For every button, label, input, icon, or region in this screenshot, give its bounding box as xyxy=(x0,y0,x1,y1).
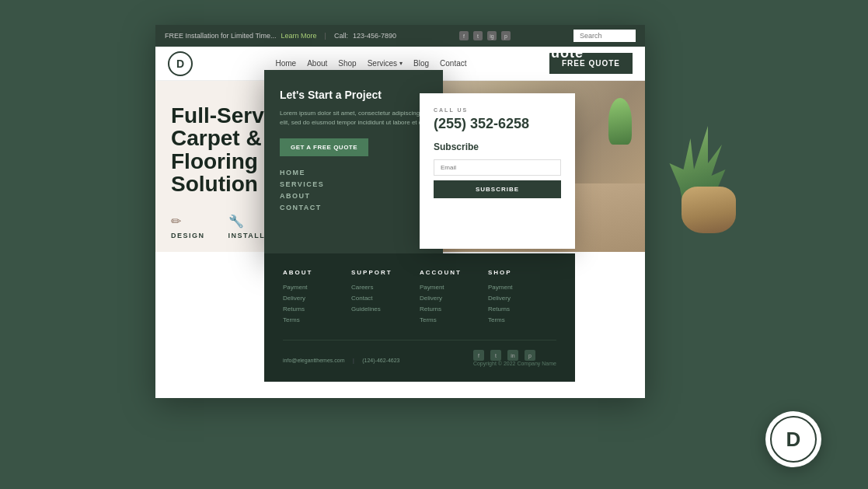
bottom-logo: D xyxy=(765,411,821,467)
footer-account-returns[interactable]: Returns xyxy=(420,306,488,313)
footer-about-payment[interactable]: Payment xyxy=(283,284,351,291)
nav-links: Home About Shop Services ▾ Blog Contact xyxy=(275,59,466,68)
footer-support-contact[interactable]: Contact xyxy=(351,295,420,302)
top-bar: FREE Installation for Limited Time... Le… xyxy=(155,25,645,47)
footer-about-terms[interactable]: Terms xyxy=(283,316,351,323)
footer-phone: (124)-462-4623 xyxy=(362,358,399,363)
footer-columns: ABOUT Payment Delivery Returns Terms SUP… xyxy=(283,269,556,327)
social-icons: f t ig p xyxy=(459,31,511,40)
footer-col-shop: SHOP Payment Delivery Returns Terms xyxy=(488,269,556,327)
modal-nav: HOME SERVICES ABOUT CONTACT xyxy=(280,169,427,211)
footer-shop-returns[interactable]: Returns xyxy=(488,306,556,313)
call-text: Call: xyxy=(334,32,348,40)
modal-nav-services[interactable]: SERVICES xyxy=(280,180,427,188)
footer-shop-title: SHOP xyxy=(488,269,556,276)
nav-shop[interactable]: Shop xyxy=(338,59,356,68)
modal-nav-home[interactable]: HOME xyxy=(280,169,427,176)
feature-design: ✏ DESIGN xyxy=(171,214,205,239)
promo-text: FREE Installation for Limited Time... xyxy=(165,32,277,40)
footer-divider: | xyxy=(353,358,354,363)
basket-decoration xyxy=(682,187,736,233)
logo: D xyxy=(168,51,193,76)
modal-body-text: Lorem ipsum dolor sit amet, consectetur … xyxy=(280,109,427,127)
subscribe-title: Subscribe xyxy=(434,141,561,152)
search-input[interactable] xyxy=(573,30,636,42)
footer-instagram-icon[interactable]: in xyxy=(507,350,518,361)
subscribe-button[interactable]: SUBSCRIBE xyxy=(434,180,561,198)
footer-copyright: Copyright © 2022 Company Name xyxy=(473,361,556,366)
instagram-icon[interactable]: ig xyxy=(487,31,497,40)
topbar-divider: | xyxy=(325,32,326,40)
footer-email: info@elegantthemes.com xyxy=(283,358,344,363)
footer-about-returns[interactable]: Returns xyxy=(283,306,351,313)
footer-about-title: ABOUT xyxy=(283,269,351,276)
footer-col-about: ABOUT Payment Delivery Returns Terms xyxy=(283,269,351,327)
topbar-phone: 123-456-7890 xyxy=(353,32,396,40)
pinterest-icon[interactable]: p xyxy=(501,31,511,40)
learn-more-link[interactable]: Learn More xyxy=(281,32,317,40)
footer-account-delivery[interactable]: Delivery xyxy=(420,295,488,302)
email-input[interactable] xyxy=(434,159,561,176)
modal-cta-button[interactable]: GET A FREE QUOTE xyxy=(280,138,368,156)
modal-nav-contact[interactable]: CONTACT xyxy=(280,204,427,211)
nav-services[interactable]: Services ▾ xyxy=(368,59,403,68)
footer-bottom: info@elegantthemes.com | (124)-462-4623 … xyxy=(283,340,556,366)
wrench-icon: 🔧 xyxy=(228,214,244,229)
facebook-icon[interactable]: f xyxy=(459,31,469,40)
feature-design-label: DESIGN xyxy=(171,232,205,239)
nav-about[interactable]: About xyxy=(307,59,327,68)
footer-account-terms[interactable]: Terms xyxy=(420,316,488,323)
nav-contact[interactable]: Contact xyxy=(440,59,466,68)
nav-blog[interactable]: Blog xyxy=(413,59,429,68)
footer-shop-delivery[interactable]: Delivery xyxy=(488,295,556,302)
footer-support-title: SUPPORT xyxy=(351,269,420,276)
pencil-icon: ✏ xyxy=(171,214,181,229)
info-phone-number: (255) 352-6258 xyxy=(434,116,561,132)
tree-quote-label: Tree Quote xyxy=(503,45,584,61)
footer-col-support: SUPPORT Careers Contact Guidelines xyxy=(351,269,420,327)
footer-contact-info: info@elegantthemes.com | (124)-462-4623 xyxy=(283,351,399,365)
footer-support-guidelines[interactable]: Guidelines xyxy=(351,306,420,313)
twitter-icon[interactable]: t xyxy=(473,31,483,40)
footer-account-payment[interactable]: Payment xyxy=(420,284,488,291)
modal-panel: Let's Start a Project Lorem ipsum dolor … xyxy=(264,70,443,257)
footer-twitter-icon[interactable]: t xyxy=(490,350,501,361)
footer-shop-terms[interactable]: Terms xyxy=(488,316,556,323)
call-us-label: CALL US xyxy=(434,107,561,113)
modal-nav-about[interactable]: ABOUT xyxy=(280,192,427,200)
footer-support-careers[interactable]: Careers xyxy=(351,284,420,291)
footer-col-account: ACCOUNT Payment Delivery Returns Terms xyxy=(420,269,488,327)
footer-shop-payment[interactable]: Payment xyxy=(488,284,556,291)
footer-section: ABOUT Payment Delivery Returns Terms SUP… xyxy=(264,253,575,382)
footer-facebook-icon[interactable]: f xyxy=(473,350,484,361)
room-plant xyxy=(608,98,632,145)
footer-pinterest-icon[interactable]: p xyxy=(525,350,535,361)
chevron-down-icon: ▾ xyxy=(399,60,403,67)
bottom-logo-letter: D xyxy=(770,416,817,463)
modal-title: Let's Start a Project xyxy=(280,89,427,101)
footer-right: f t in p Copyright © 2022 Company Name xyxy=(473,350,556,366)
footer-account-title: ACCOUNT xyxy=(420,269,488,276)
nav-home[interactable]: Home xyxy=(275,59,296,68)
info-panel: CALL US (255) 352-6258 Subscribe SUBSCRI… xyxy=(420,93,575,249)
footer-about-delivery[interactable]: Delivery xyxy=(283,295,351,302)
top-bar-left: FREE Installation for Limited Time... Le… xyxy=(165,32,396,40)
footer-social-icons: f t in p xyxy=(473,350,556,361)
